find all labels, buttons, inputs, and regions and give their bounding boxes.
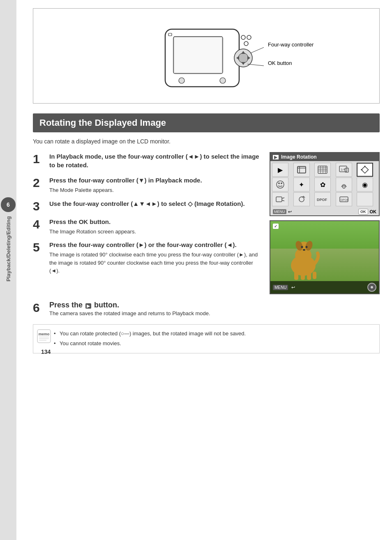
step-4-content: Press the OK button. The Image Rotation … [49,217,264,236]
palette-cell-8: ✿ [314,178,331,192]
svg-line-15 [251,46,264,53]
memo-bullet-2: • You cannot rotate movies. [54,339,374,348]
photo-ok-dot [371,286,373,288]
palette-cell-10: ◉ [357,178,373,192]
palette-cell-7: ✦ [293,178,310,192]
mode-palette: ▶ Image Rotation ▶ 1/4 [270,152,380,216]
step-6-suffix: button. [94,301,119,309]
memo-box: memo • You can rotate protected (○—) ima… [33,324,380,354]
back-symbol: ↩ [288,209,292,215]
svg-rect-55 [307,272,311,280]
camera-labels: Four-way controller OK button [268,29,314,74]
palette-cell-1: ▶ [272,163,288,177]
svg-point-35 [343,186,345,188]
memo-bullet-1: • You can rotate protected (○—) images, … [54,330,374,338]
steps-area: 1 In Playback mode, use the four-way con… [33,152,380,294]
step-3-number: 3 [33,200,49,212]
step-5: 5 Press the four-way controller (►) or t… [33,240,264,275]
svg-point-4 [247,35,251,39]
step-1-title: In Playback mode, use the four-way contr… [49,152,264,169]
svg-point-34 [281,182,282,184]
svg-rect-54 [301,272,305,280]
palette-cell-2 [293,163,310,177]
step-5-title: Press the four-way controller (►) or the… [49,240,264,249]
svg-rect-36 [276,197,282,202]
svg-point-13 [179,78,184,83]
palette-cell-9 [336,178,352,192]
step-2-desc: The Mode Palette appears. [49,186,264,194]
palette-play-icon: ▶ [273,155,279,159]
main-content: Four-way controller OK button Rotating t… [21,0,392,362]
playback-icon: ▶ [85,303,91,309]
step-4-desc: The Image Rotation screen appears. [49,228,264,236]
step-5-content: Press the four-way controller (►) or the… [49,240,264,275]
step-2-content: Press the four-way controller (▼) in Pla… [49,176,264,194]
camera-diagram: Four-way controller OK button [149,17,264,95]
side-tab: 6 Playback/Deleting/Editing [0,0,16,540]
svg-point-51 [306,246,308,248]
chapter-number: 6 [1,197,16,212]
svg-line-16 [247,64,264,66]
palette-cell-3 [314,163,331,177]
step-4-number: 4 [33,218,49,231]
checkmark: ✓ [273,224,279,229]
mode-palette-header: ▶ Image Rotation [270,153,379,161]
svg-line-37 [282,198,284,198]
svg-point-5 [244,42,248,46]
palette-footer: MENU ↩ OK OK [270,208,379,215]
step-4: 4 Press the OK button. The Image Rotatio… [33,217,264,236]
camera-svg [149,17,264,95]
svg-rect-12 [168,33,172,36]
svg-point-3 [241,35,245,39]
mode-palette-title: Image Rotation [281,154,317,160]
svg-point-14 [220,78,226,83]
palette-grid: ▶ 1/4 [270,161,379,208]
step-5-desc: The image is rotated 90° clockwise each … [49,251,264,275]
step-1-content: In Playback mode, use the four-way contr… [49,152,264,171]
step-3: 3 Use the four-way controller (▲▼◄►) to … [33,199,264,212]
menu-btn[interactable]: MENU [273,209,286,214]
palette-footer-left: MENU ↩ [273,209,292,215]
ok-button-label: OK button [268,60,314,66]
side-label: Playback/Deleting/Editing [5,216,12,282]
svg-rect-17 [297,166,306,173]
svg-point-50 [301,246,303,248]
step-2: 2 Press the four-way controller (▼) in P… [33,176,264,194]
step-6-prefix: Press the [49,301,83,309]
palette-cell-4: 1/4 [336,163,352,177]
step-6: 6 Press the ▶ button. The camera saves t… [33,301,380,318]
dog-silhouette-svg [283,233,324,282]
svg-point-7 [238,53,248,63]
palette-cell-11 [272,192,288,206]
palette-cell-12 [293,192,310,206]
svg-text:4: 4 [344,168,345,171]
step-2-title: Press the four-way controller (▼) in Pla… [49,176,264,185]
step-6-title: Press the ▶ button. [49,301,380,309]
photo-menu-btn: MENU [273,285,288,290]
svg-rect-56 [313,272,316,279]
svg-point-32 [277,181,284,188]
svg-rect-2 [174,37,222,73]
step-5-number: 5 [33,241,49,254]
intro-text: You can rotate a displayed image on the … [33,138,380,145]
palette-cell-15 [357,192,373,206]
step-2-number: 2 [33,177,49,189]
camera-diagram-box: Four-way controller OK button [33,8,380,104]
svg-rect-31 [362,166,369,173]
svg-rect-20 [318,166,327,173]
ok-btn-palette[interactable]: OK [358,209,368,215]
ok-label: OK [370,209,377,214]
svg-rect-57 [37,330,51,343]
svg-rect-53 [294,272,298,280]
palette-cell-14: DPOF [336,192,352,206]
step-1-number: 1 [33,153,49,165]
svg-text:memo: memo [39,332,50,336]
photo-footer: MENU ↩ [270,281,379,293]
step-4-title: Press the OK button. [49,217,264,226]
step-6-content: Press the ▶ button. The camera saves the… [49,301,380,318]
steps-main: 1 In Playback mode, use the four-way con… [33,152,264,280]
svg-line-38 [282,200,284,201]
palette-cell-6 [272,178,288,192]
step-6-desc: The camera saves the rotated image and r… [49,309,380,318]
svg-point-52 [303,249,305,251]
